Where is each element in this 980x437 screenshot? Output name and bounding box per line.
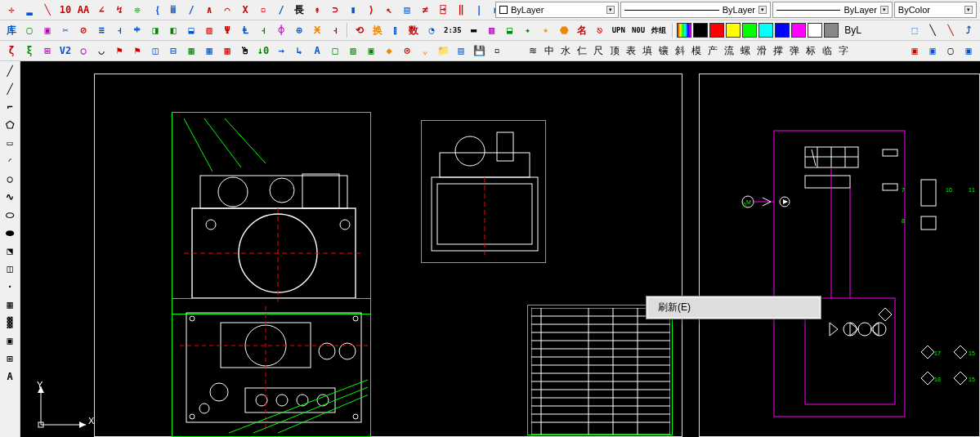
rect-tool[interactable]: ▢ [21, 22, 38, 38]
tool-21[interactable]: ⟩ [363, 2, 379, 18]
trail-4[interactable]: ⤴ [960, 22, 977, 38]
frame-tool[interactable]: ▣ [39, 22, 56, 38]
reload-btn[interactable]: ⟲ [351, 22, 368, 38]
char-biao[interactable]: 表 [623, 42, 639, 59]
lib-btn[interactable]: 库 [3, 22, 20, 38]
arc-draw[interactable]: ◜ [2, 153, 18, 169]
polygon-draw[interactable]: ⬠ [2, 117, 18, 133]
glass-tool[interactable]: Ӿ [309, 22, 325, 38]
tool-25[interactable]: ⍈ [435, 2, 451, 18]
nou-btn[interactable]: N0U [629, 22, 647, 38]
three-lines[interactable]: ≡ [93, 22, 110, 38]
char-ding[interactable]: 顶 [606, 42, 623, 59]
line-blue[interactable]: / [183, 2, 199, 18]
tool-c9[interactable]: ⬓ [502, 22, 518, 38]
broom[interactable]: ⌄ [417, 42, 433, 59]
hatch-draw[interactable]: ▦ [2, 297, 18, 313]
color-magenta[interactable] [791, 23, 806, 38]
xline[interactable]: ╱ [2, 81, 18, 97]
star-btn[interactable]: ✦ [520, 22, 536, 38]
tool-27[interactable]: ∣ [471, 2, 487, 18]
scatter-btn[interactable]: ✴ [538, 22, 554, 38]
char-xie[interactable]: 斜 [672, 42, 688, 59]
gradient[interactable]: ▓ [2, 314, 18, 331]
palette-btn[interactable]: ▦ [484, 22, 500, 38]
divider-tool[interactable]: ∧ [201, 2, 217, 18]
hatch-red[interactable]: ▨ [201, 22, 217, 38]
bylayer-color-btn[interactable]: ByL [840, 22, 866, 38]
char-hua[interactable]: 滑 [754, 42, 770, 59]
length-tool[interactable]: 長 [291, 2, 307, 18]
point-draw[interactable]: · [2, 279, 18, 295]
color-cyan[interactable] [758, 23, 773, 38]
color-green[interactable] [742, 23, 757, 38]
new-btn[interactable]: ▫ [489, 42, 505, 59]
scissors-tool[interactable]: ✂ [57, 22, 74, 38]
polyline-draw[interactable]: ⌐ [2, 99, 18, 115]
target-tool[interactable]: ⊕ [291, 22, 307, 38]
double-tee[interactable]: ⫞ [255, 22, 271, 38]
char-luo[interactable]: 螺 [737, 42, 754, 59]
trail-1[interactable]: ⬚ [906, 22, 923, 38]
tool-20[interactable]: ▮ [345, 2, 361, 18]
ratio-btn[interactable]: 2:35 [441, 22, 464, 38]
arrow-r[interactable]: → [273, 42, 289, 59]
circle-pink[interactable]: ○ [75, 42, 92, 59]
line-draw[interactable]: ╱ [2, 63, 18, 79]
char-chi[interactable]: 尺 [590, 42, 606, 59]
char-mo[interactable]: 模 [688, 42, 705, 59]
tool-b11[interactable]: ⬓ [183, 22, 199, 38]
plotstyle-dropdown[interactable]: ByColor ▾ [894, 2, 977, 18]
overlap-box[interactable]: ▣ [363, 42, 379, 59]
char-tian[interactable]: 填 [639, 42, 656, 59]
bars-btn[interactable]: ▬ [466, 22, 482, 38]
char-tan[interactable]: 弹 [786, 42, 803, 59]
tool-23[interactable]: ▤ [399, 2, 415, 18]
array-3[interactable]: ▦ [219, 42, 235, 59]
fork-tool[interactable]: ⫞ [327, 22, 343, 38]
rect-draw[interactable]: ▭ [2, 135, 18, 151]
r2-3[interactable]: ▢ [942, 42, 959, 59]
array-1[interactable]: ▦ [201, 42, 217, 59]
color-yellow[interactable] [726, 23, 741, 38]
up-arrow[interactable]: ↟ [309, 2, 325, 18]
tool-22[interactable]: ↖ [381, 2, 397, 18]
tool-c12[interactable]: ⬣ [556, 22, 572, 38]
polyline-tool[interactable]: ↯ [111, 2, 128, 18]
ellipse-draw[interactable]: ⬭ [2, 207, 18, 223]
line-tool[interactable]: / [273, 2, 289, 18]
trail-2[interactable]: ╲ [924, 22, 941, 38]
trail-3[interactable]: ╲ [942, 22, 959, 38]
tool-14[interactable]: X [237, 2, 253, 18]
spline-draw[interactable]: ∿ [2, 189, 18, 205]
save-btn[interactable]: 💾 [471, 42, 487, 59]
not-equal[interactable]: ≠ [417, 2, 433, 18]
char-biao2[interactable]: 标 [803, 42, 819, 59]
mortar[interactable]: ◡ [93, 42, 110, 59]
make-block[interactable]: ◫ [2, 261, 18, 277]
context-refresh[interactable]: 刷新(E) [648, 298, 819, 317]
send-front[interactable]: ◧ [165, 22, 181, 38]
mirror-v[interactable]: ⊟ [165, 42, 181, 59]
char-water[interactable]: 水 [557, 42, 574, 59]
circle-q[interactable]: ◔ [423, 22, 440, 38]
char-lin[interactable]: 临 [819, 42, 835, 59]
send-back[interactable]: ◨ [147, 22, 163, 38]
drawing-canvas[interactable]: M [20, 61, 980, 437]
tool-10[interactable]: 10 [57, 2, 74, 18]
tool-13[interactable]: ⌒ [219, 2, 235, 18]
swap-btn[interactable]: 换 [369, 22, 386, 38]
cond-btn[interactable]: ⫿ [387, 22, 404, 38]
v2-btn[interactable]: V2 [57, 42, 74, 59]
r2-4[interactable]: ▣ [960, 42, 977, 59]
mtext[interactable]: A [2, 368, 18, 385]
char-ren[interactable]: 仁 [574, 42, 590, 59]
tool-8[interactable]: ❊ [129, 2, 145, 18]
angle-tool[interactable]: ∠ [93, 2, 110, 18]
color-red[interactable] [709, 23, 724, 38]
bracket-left[interactable]: ｛ [147, 2, 163, 18]
arc-tool[interactable]: ζ [3, 42, 20, 59]
char-cheng[interactable]: 撑 [770, 42, 786, 59]
color-white[interactable] [808, 23, 822, 38]
no-entry[interactable]: ⊘ [75, 22, 92, 38]
